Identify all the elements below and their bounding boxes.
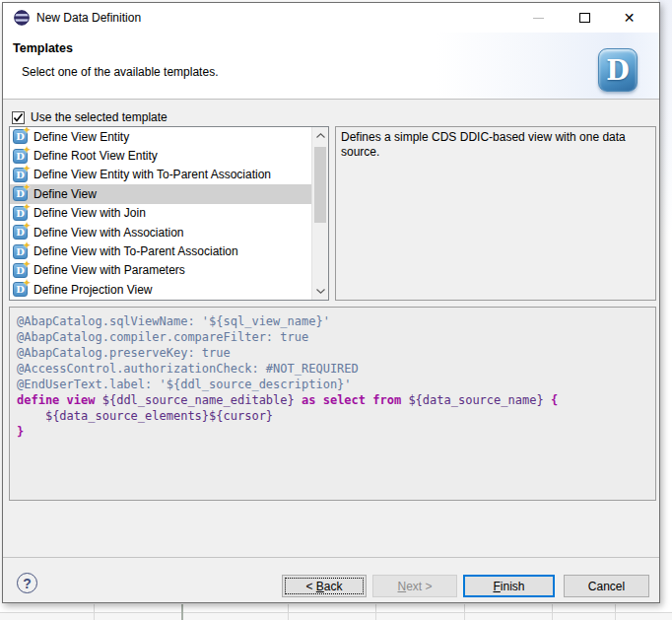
data-definition-logo-icon: D: [598, 48, 638, 92]
titlebar[interactable]: New Data Definition ✕: [3, 3, 659, 33]
template-icon: D✦: [13, 149, 28, 164]
use-template-option[interactable]: Use the selected template: [12, 109, 168, 125]
background-gridline: [464, 604, 465, 620]
screen: New Data Definition ✕ Templates Select o…: [0, 0, 672, 620]
template-label: Define View with Join: [34, 206, 146, 220]
template-label: Define View with Association: [34, 226, 184, 240]
template-icon: D✦: [13, 225, 28, 240]
star-icon: ✦: [23, 126, 31, 135]
template-icon: D✦: [13, 282, 28, 297]
template-label: Define View: [34, 187, 97, 201]
back-button[interactable]: < Back: [282, 575, 367, 597]
use-template-checkbox[interactable]: [12, 111, 25, 124]
star-icon: ✦: [23, 278, 31, 288]
new-data-definition-dialog: New Data Definition ✕ Templates Select o…: [2, 2, 660, 603]
template-icon: D✦: [13, 186, 28, 201]
template-icon: D✦: [13, 244, 28, 259]
background-gridline: [181, 604, 183, 620]
template-list-item[interactable]: D✦Define View: [10, 184, 328, 203]
template-list-items: D✦Define View EntityD✦Define Root View E…: [10, 127, 328, 300]
eclipse-logo-icon: [14, 10, 30, 26]
template-icon: D✦: [13, 206, 28, 221]
template-list-item[interactable]: D✦Define View with To-Parent Association: [10, 241, 328, 260]
template-icon: D✦: [13, 263, 28, 278]
code-line: @AbapCatalog.compiler.compareFilter: tru…: [17, 329, 648, 345]
background-gridline: [375, 604, 376, 620]
template-icon: D✦: [13, 168, 28, 182]
template-label: Define View with Parameters: [34, 263, 185, 277]
help-button[interactable]: ?: [17, 573, 37, 593]
scroll-up-icon[interactable]: [312, 127, 328, 144]
window-title: New Data Definition: [36, 11, 141, 25]
code-line: @AccessControl.authorizationCheck: #NOT_…: [17, 361, 648, 377]
template-list-item[interactable]: D✦Define View with Join: [10, 204, 328, 223]
finish-button[interactable]: Finish: [463, 575, 555, 597]
background-gridline: [0, 612, 672, 613]
code-line: ${data_source_elements}${cursor}: [17, 408, 648, 424]
template-list[interactable]: D✦Define View EntityD✦Define Root View E…: [9, 126, 329, 301]
background-gridline: [288, 604, 289, 620]
template-list-item[interactable]: D✦Define Root View Entity: [10, 146, 328, 165]
template-list-item[interactable]: D✦Define View with Parameters: [10, 261, 328, 280]
maximize-button[interactable]: [563, 3, 607, 33]
wizard-banner: Templates Select one of the available te…: [3, 33, 659, 100]
star-icon: ✦: [23, 145, 31, 155]
template-label: Define Root View Entity: [34, 149, 158, 163]
star-icon: ✦: [23, 164, 31, 173]
template-list-item[interactable]: D✦Define View Entity with To-Parent Asso…: [10, 166, 328, 184]
star-icon: ✦: [23, 221, 31, 231]
next-button: Next >: [372, 575, 457, 597]
template-label: Define Projection View: [34, 283, 153, 297]
code-line: @EndUserText.label: '${ddl_source_descri…: [17, 377, 648, 392]
template-list-item[interactable]: D✦Define Projection View: [10, 280, 328, 299]
scrollbar[interactable]: [311, 127, 328, 300]
star-icon: ✦: [23, 182, 31, 192]
code-line: define view ${ddl_source_name_editable} …: [17, 392, 648, 408]
close-icon[interactable]: ✕: [607, 3, 651, 33]
template-list-item[interactable]: D✦Define View with Association: [10, 223, 328, 241]
minimize-button: [516, 3, 561, 33]
background-gridline: [94, 604, 95, 620]
scrollbar-thumb[interactable]: [314, 147, 326, 223]
code-line: @AbapCatalog.preserveKey: true: [17, 345, 648, 361]
use-template-label: Use the selected template: [31, 110, 168, 124]
template-description: Defines a simple CDS DDIC-based view wit…: [335, 126, 656, 301]
footer-divider: [3, 557, 659, 558]
template-label: Define View Entity with To-Parent Associ…: [34, 168, 271, 181]
template-icon: D✦: [13, 129, 28, 144]
background-gradient: [658, 0, 672, 237]
scroll-down-icon[interactable]: [312, 283, 328, 300]
star-icon: ✦: [23, 259, 31, 269]
template-label: Define View with To-Parent Association: [34, 244, 238, 258]
star-icon: ✦: [23, 241, 31, 250]
page-subtitle: Select one of the available templates.: [22, 65, 218, 79]
star-icon: ✦: [23, 202, 31, 212]
cancel-button[interactable]: Cancel: [564, 575, 649, 597]
background-gridline: [615, 604, 616, 620]
code-preview: @AbapCatalog.sqlViewName: '${sql_view_na…: [9, 307, 656, 501]
code-line: @AbapCatalog.sqlViewName: '${sql_view_na…: [17, 313, 648, 329]
background-grid-row: [0, 613, 672, 620]
template-list-item[interactable]: D✦Define View Entity: [10, 127, 328, 146]
code-line: }: [17, 424, 648, 440]
page-title: Templates: [13, 41, 73, 55]
background-gridline: [552, 604, 553, 620]
template-label: Define View Entity: [34, 130, 129, 144]
